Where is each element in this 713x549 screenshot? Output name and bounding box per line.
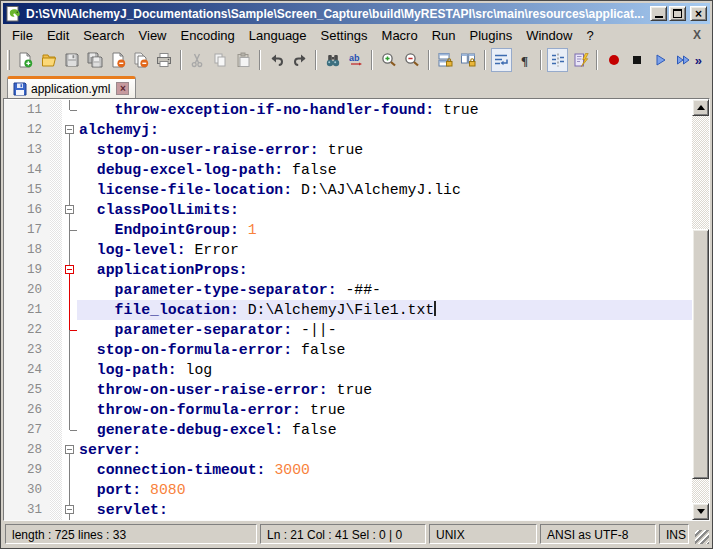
macro-record-button[interactable]	[603, 48, 624, 72]
code-text[interactable]: classPoolLimits:	[77, 200, 692, 220]
toolbar-overflow-icon[interactable]: »	[695, 53, 710, 68]
menu-item-search[interactable]: Search	[76, 26, 131, 45]
tab-application-yml[interactable]: application.yml ×	[7, 76, 136, 98]
bookmark-margin[interactable]	[50, 460, 62, 480]
menu-item-plugins[interactable]: Plugins	[463, 26, 520, 45]
code-text[interactable]: stop-on-formula-error: false	[77, 340, 692, 360]
code-area[interactable]: 11 throw-exception-if-no-handler-found: …	[4, 99, 692, 520]
code-text[interactable]: alchemyj:	[77, 120, 692, 140]
menu-item-edit[interactable]: Edit	[40, 26, 76, 45]
code-text[interactable]: log-level: Error	[77, 240, 692, 260]
code-line[interactable]: 16 classPoolLimits:	[4, 200, 692, 220]
code-text[interactable]: stop-on-user-raise-error: true	[77, 140, 692, 160]
code-text[interactable]: applicationProps:	[77, 260, 692, 280]
new-file-button[interactable]	[15, 48, 36, 72]
menu-item-view[interactable]: View	[132, 26, 174, 45]
code-line[interactable]: 20 parameter-type-separator: -##-	[4, 280, 692, 300]
bookmark-margin[interactable]	[50, 500, 62, 520]
menubar-close-icon[interactable]: X	[693, 28, 710, 42]
code-text[interactable]: servlet:	[77, 500, 692, 520]
code-text[interactable]: throw-exception-if-no-handler-found: tru…	[77, 100, 692, 120]
open-file-button[interactable]	[38, 48, 59, 72]
zoom-out-button[interactable]	[402, 48, 423, 72]
resize-grip[interactable]	[695, 530, 709, 544]
code-text[interactable]: debug-excel-log-path: false	[77, 160, 692, 180]
title-bar[interactable]: D:\SVN\AlchemyJ_Documentations\Sample\Sc…	[3, 3, 710, 24]
code-text[interactable]: parameter-separator: -||-	[77, 320, 692, 340]
code-line[interactable]: 18 log-level: Error	[4, 240, 692, 260]
bookmark-margin[interactable]	[50, 240, 62, 260]
menu-item-help[interactable]: ?	[579, 26, 600, 45]
code-text[interactable]: license-file-location: D:\AJ\AlchemyJ.li…	[77, 180, 692, 200]
code-line[interactable]: 21 file_location: D:\AlchemyJ\File1.txt	[4, 300, 692, 320]
bookmark-margin[interactable]	[50, 420, 62, 440]
tab-close-icon[interactable]: ×	[116, 82, 129, 95]
menu-item-file[interactable]: File	[5, 26, 40, 45]
close-button[interactable]: ×	[690, 6, 707, 21]
minimize-button[interactable]	[650, 6, 667, 21]
code-text[interactable]: port: 8080	[77, 480, 692, 500]
code-line[interactable]: 12alchemyj:	[4, 120, 692, 140]
scroll-down-button[interactable]	[692, 503, 709, 520]
bookmark-margin[interactable]	[50, 480, 62, 500]
code-line[interactable]: 24 log-path: log	[4, 360, 692, 380]
menu-item-run[interactable]: Run	[425, 26, 463, 45]
bookmark-margin[interactable]	[50, 300, 62, 320]
code-text[interactable]: throw-on-formula-error: true	[77, 400, 692, 420]
sync-vertical-button[interactable]	[435, 48, 456, 72]
menu-item-encoding[interactable]: Encoding	[174, 26, 242, 45]
code-line[interactable]: 29 connection-timeout: 3000	[4, 460, 692, 480]
function-list-button[interactable]	[570, 48, 591, 72]
code-line[interactable]: 30 port: 8080	[4, 480, 692, 500]
macro-play-button[interactable]	[650, 48, 671, 72]
code-line[interactable]: 14 debug-excel-log-path: false	[4, 160, 692, 180]
find-button[interactable]	[322, 48, 343, 72]
bookmark-margin[interactable]	[50, 160, 62, 180]
fold-marker[interactable]	[62, 200, 77, 220]
menu-item-window[interactable]: Window	[519, 26, 579, 45]
code-line[interactable]: 27 generate-debug-excel: false	[4, 420, 692, 440]
fold-marker[interactable]	[62, 260, 77, 280]
code-text[interactable]: connection-timeout: 3000	[77, 460, 692, 480]
bookmark-margin[interactable]	[50, 360, 62, 380]
code-line[interactable]: 22 parameter-separator: -||-	[4, 320, 692, 340]
macro-run-multiple-button[interactable]	[673, 48, 694, 72]
bookmark-margin[interactable]	[50, 120, 62, 140]
scroll-up-button[interactable]	[692, 99, 709, 116]
code-line[interactable]: 25 throw-on-user-raise-error: true	[4, 380, 692, 400]
zoom-in-button[interactable]	[378, 48, 399, 72]
code-text[interactable]: EndpointGroup: 1	[77, 220, 692, 240]
code-line[interactable]: 17 EndpointGroup: 1	[4, 220, 692, 240]
code-text[interactable]: generate-debug-excel: false	[77, 420, 692, 440]
replace-button[interactable]: ab	[345, 48, 366, 72]
menu-item-settings[interactable]: Settings	[314, 26, 375, 45]
code-text[interactable]: file_location: D:\AlchemyJ\File1.txt	[77, 300, 692, 320]
code-line[interactable]: 19 applicationProps:	[4, 260, 692, 280]
code-line[interactable]: 28server:	[4, 440, 692, 460]
code-line[interactable]: 11 throw-exception-if-no-handler-found: …	[4, 100, 692, 120]
word-wrap-button[interactable]	[491, 48, 512, 72]
menu-item-macro[interactable]: Macro	[375, 26, 425, 45]
bookmark-margin[interactable]	[50, 320, 62, 340]
print-button[interactable]	[154, 48, 175, 72]
code-text[interactable]: log-path: log	[77, 360, 692, 380]
code-text[interactable]: parameter-type-separator: -##-	[77, 280, 692, 300]
show-indent-guide-button[interactable]	[547, 48, 568, 72]
bookmark-margin[interactable]	[50, 260, 62, 280]
bookmark-margin[interactable]	[50, 100, 62, 120]
macro-stop-button[interactable]	[626, 48, 647, 72]
close-file-button[interactable]	[107, 48, 128, 72]
bookmark-margin[interactable]	[50, 400, 62, 420]
menu-item-language[interactable]: Language	[242, 26, 314, 45]
fold-marker[interactable]	[62, 440, 77, 460]
maximize-button[interactable]	[669, 6, 686, 21]
code-line[interactable]: 13 stop-on-user-raise-error: true	[4, 140, 692, 160]
close-all-button[interactable]	[130, 48, 151, 72]
code-line[interactable]: 23 stop-on-formula-error: false	[4, 340, 692, 360]
fold-marker[interactable]	[62, 120, 77, 140]
show-all-chars-button[interactable]: ¶	[514, 48, 535, 72]
bookmark-margin[interactable]	[50, 180, 62, 200]
bookmark-margin[interactable]	[50, 220, 62, 240]
bookmark-margin[interactable]	[50, 440, 62, 460]
bookmark-margin[interactable]	[50, 280, 62, 300]
